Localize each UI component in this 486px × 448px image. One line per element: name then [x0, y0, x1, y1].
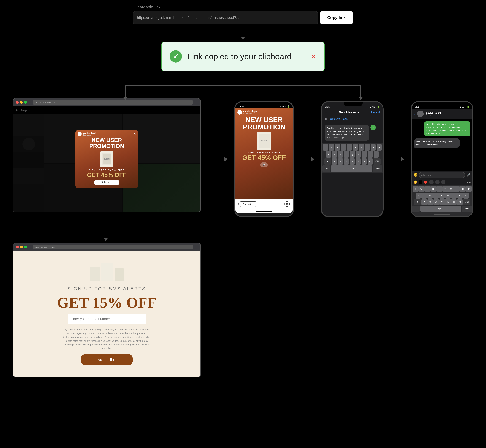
phone1-sponsored: Sponsored [243, 112, 257, 114]
popup-subscribe-button[interactable]: Subscribe [94, 180, 119, 185]
popup-close-button[interactable]: ✕ [133, 132, 136, 136]
phone1-time: 10:29 [238, 105, 244, 108]
phone2-send-button[interactable]: ▲ [371, 125, 376, 130]
toast-notification: ✓ Link copied to your clipboard × [161, 41, 325, 71]
phone1-subscribe-button[interactable]: Subscribe [238, 201, 258, 207]
toast-message: Link copied to your clipboard [188, 52, 291, 61]
phone1-brand: candlesdepot [243, 110, 257, 112]
popup-discount: GET 45% OFF [75, 172, 138, 180]
phone1-title2: PROMOTION [235, 123, 293, 132]
popup-title-line1: NEW USER [75, 136, 138, 143]
desktop-mockup: store-your-website.com Instagram [13, 98, 201, 212]
phone3-mockup: 3:39 ▲WiFi🔋 ‹ klaviyo_user1 Text Message [411, 101, 473, 217]
landing-discount-text: GET 15% OFF [57, 295, 157, 310]
phone3-time: 3:39 [415, 105, 420, 108]
phone2-header-title: New Message [339, 111, 359, 114]
phone2-time: 3:21 [325, 105, 330, 108]
popup-sponsored-label: Sponsored [83, 134, 96, 136]
landing-window-max [24, 246, 27, 248]
popup-modal: ✕ candlesdepot Sponsored NEW USER PROMOT… [75, 130, 138, 188]
copy-link-button[interactable]: Copy link [320, 11, 353, 24]
phone3-sent-bubble: Send this text to subscribe to recurring… [424, 121, 470, 136]
landing-signup-text: SIGN UP FOR SMS ALERTS [67, 286, 146, 291]
shareable-label: Shareable link [133, 5, 353, 9]
shareable-link-input[interactable] [133, 11, 318, 24]
popup-brand-name: candlesdepot [83, 132, 96, 134]
phone2-to-label: To: [325, 117, 328, 120]
landing-disclaimer-text: By submitting this form and signing up f… [63, 328, 151, 350]
phone1-subtitle: SIGN UP FOR SMS ALERTS [235, 150, 293, 154]
landing-window-min [20, 246, 23, 248]
landing-address-bar: www.your-website.com [35, 246, 56, 248]
phone2-to-value: @klaviyo_user1 [329, 117, 348, 120]
popup-title-line2: PROMOTION [75, 143, 138, 150]
success-icon: ✓ [170, 50, 182, 63]
phone3-contact-name: klaviyo_user1 [426, 112, 441, 114]
popup-subtitle: SIGN UP FOR SMS ALERTS [75, 168, 138, 172]
phone1-mockup: 10:29 ▲ WiFi 🔋 candlesdepot Sponsored [234, 101, 294, 217]
phone3-received-bubble: Welcome! Thanks for subscribing. Here's … [414, 138, 460, 148]
phone3-back-icon[interactable]: ‹ [414, 112, 415, 116]
phone2-mockup: 3:21 ▲WiFi🔋 ← New Message Cancel To: @kl… [321, 101, 384, 217]
phone3-mic-icon[interactable]: 🎤 [466, 173, 471, 177]
phone2-cancel-button[interactable]: Cancel [371, 111, 380, 114]
landing-phone-input[interactable] [67, 314, 146, 324]
toast-close-icon[interactable]: × [311, 52, 316, 61]
popup-overlay: ✕ candlesdepot Sponsored NEW USER PROMOT… [13, 106, 200, 212]
phone2-message-bubble: Send this text to subscribe to recurring… [325, 125, 369, 141]
landing-desktop-mockup: www.your-website.com SIGN UP FOR SMS ALE… [13, 243, 201, 377]
phone1-discount: GET 45% OFF [235, 154, 293, 161]
landing-subscribe-button[interactable]: subscribe [81, 354, 133, 365]
landing-window-close [16, 246, 19, 248]
phone3-message-input[interactable] [419, 172, 465, 178]
phone1-title1: NEW USER [235, 116, 293, 123]
